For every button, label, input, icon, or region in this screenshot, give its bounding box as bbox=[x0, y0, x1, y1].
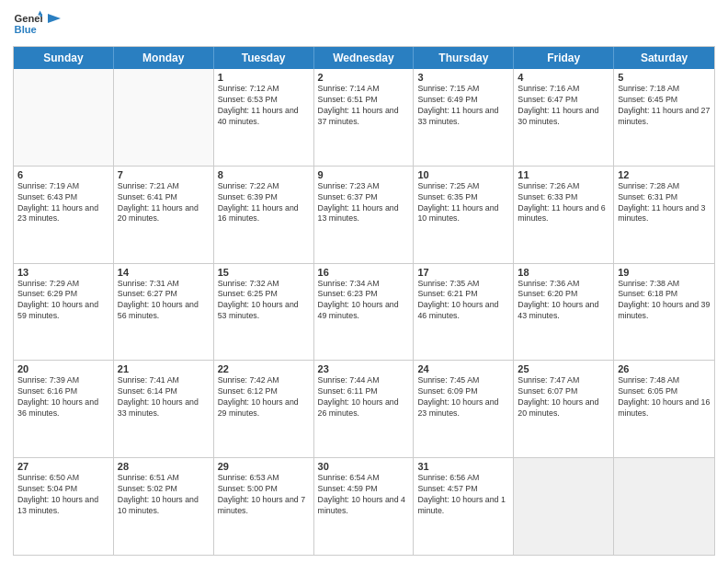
day-number: 24 bbox=[417, 363, 509, 374]
day-detail: Sunrise: 7:47 AM Sunset: 6:07 PM Dayligh… bbox=[518, 375, 609, 419]
day-detail: Sunrise: 6:51 AM Sunset: 5:02 PM Dayligh… bbox=[118, 473, 210, 517]
weekday-header-saturday: Saturday bbox=[614, 47, 714, 69]
calendar-row-1: 6Sunrise: 7:19 AM Sunset: 6:43 PM Daylig… bbox=[14, 166, 714, 263]
day-number: 26 bbox=[618, 363, 711, 374]
day-cell-25: 25Sunrise: 7:47 AM Sunset: 6:07 PM Dayli… bbox=[514, 361, 614, 457]
logo-flag-icon bbox=[46, 12, 63, 29]
day-cell-24: 24Sunrise: 7:45 AM Sunset: 6:09 PM Dayli… bbox=[414, 361, 514, 457]
day-detail: Sunrise: 7:28 AM Sunset: 6:31 PM Dayligh… bbox=[618, 181, 711, 225]
day-number: 17 bbox=[417, 267, 509, 278]
day-cell-8: 8Sunrise: 7:22 AM Sunset: 6:39 PM Daylig… bbox=[214, 167, 314, 263]
day-number: 18 bbox=[518, 267, 609, 278]
day-detail: Sunrise: 7:44 AM Sunset: 6:11 PM Dayligh… bbox=[318, 375, 410, 419]
day-detail: Sunrise: 7:18 AM Sunset: 6:45 PM Dayligh… bbox=[618, 84, 711, 128]
day-cell-6: 6Sunrise: 7:19 AM Sunset: 6:43 PM Daylig… bbox=[14, 167, 114, 263]
calendar-row-4: 27Sunrise: 6:50 AM Sunset: 5:04 PM Dayli… bbox=[14, 457, 714, 555]
logo: General Blue bbox=[13, 9, 63, 39]
day-number: 25 bbox=[518, 363, 609, 374]
day-number: 28 bbox=[118, 461, 210, 472]
day-number: 6 bbox=[17, 169, 109, 180]
day-number: 10 bbox=[417, 169, 509, 180]
day-detail: Sunrise: 7:22 AM Sunset: 6:39 PM Dayligh… bbox=[218, 181, 310, 225]
svg-text:Blue: Blue bbox=[15, 24, 37, 35]
day-cell-2: 2Sunrise: 7:14 AM Sunset: 6:51 PM Daylig… bbox=[314, 69, 415, 166]
day-cell-29: 29Sunrise: 6:53 AM Sunset: 5:00 PM Dayli… bbox=[214, 458, 314, 555]
day-detail: Sunrise: 7:39 AM Sunset: 6:16 PM Dayligh… bbox=[17, 375, 109, 419]
day-cell-30: 30Sunrise: 6:54 AM Sunset: 4:59 PM Dayli… bbox=[314, 458, 415, 555]
weekday-header-friday: Friday bbox=[514, 47, 614, 69]
empty-cell bbox=[614, 458, 714, 555]
calendar-header: SundayMondayTuesdayWednesdayThursdayFrid… bbox=[14, 47, 714, 69]
empty-cell bbox=[514, 458, 614, 555]
day-detail: Sunrise: 6:54 AM Sunset: 4:59 PM Dayligh… bbox=[318, 473, 410, 517]
day-cell-27: 27Sunrise: 6:50 AM Sunset: 5:04 PM Dayli… bbox=[14, 458, 114, 555]
day-cell-5: 5Sunrise: 7:18 AM Sunset: 6:45 PM Daylig… bbox=[614, 69, 714, 166]
weekday-header-thursday: Thursday bbox=[414, 47, 514, 69]
day-detail: Sunrise: 7:19 AM Sunset: 6:43 PM Dayligh… bbox=[17, 181, 109, 225]
day-detail: Sunrise: 7:29 AM Sunset: 6:29 PM Dayligh… bbox=[17, 279, 109, 323]
day-cell-19: 19Sunrise: 7:38 AM Sunset: 6:18 PM Dayli… bbox=[614, 264, 714, 361]
day-number: 1 bbox=[218, 72, 310, 83]
day-cell-13: 13Sunrise: 7:29 AM Sunset: 6:29 PM Dayli… bbox=[14, 264, 114, 361]
calendar: SundayMondayTuesdayWednesdayThursdayFrid… bbox=[13, 46, 715, 556]
day-detail: Sunrise: 7:36 AM Sunset: 6:20 PM Dayligh… bbox=[518, 279, 609, 323]
day-detail: Sunrise: 6:53 AM Sunset: 5:00 PM Dayligh… bbox=[218, 473, 310, 517]
day-cell-10: 10Sunrise: 7:25 AM Sunset: 6:35 PM Dayli… bbox=[414, 167, 514, 263]
day-detail: Sunrise: 7:12 AM Sunset: 6:53 PM Dayligh… bbox=[218, 84, 310, 128]
day-detail: Sunrise: 7:31 AM Sunset: 6:27 PM Dayligh… bbox=[118, 279, 210, 323]
day-cell-17: 17Sunrise: 7:35 AM Sunset: 6:21 PM Dayli… bbox=[414, 264, 514, 361]
day-number: 22 bbox=[218, 363, 310, 374]
day-number: 5 bbox=[618, 72, 711, 83]
day-cell-22: 22Sunrise: 7:42 AM Sunset: 6:12 PM Dayli… bbox=[214, 361, 314, 457]
calendar-body: 1Sunrise: 7:12 AM Sunset: 6:53 PM Daylig… bbox=[14, 69, 714, 555]
day-detail: Sunrise: 6:50 AM Sunset: 5:04 PM Dayligh… bbox=[17, 473, 109, 517]
day-number: 9 bbox=[318, 169, 410, 180]
day-cell-3: 3Sunrise: 7:15 AM Sunset: 6:49 PM Daylig… bbox=[414, 69, 514, 166]
day-number: 29 bbox=[218, 461, 310, 472]
day-detail: Sunrise: 7:48 AM Sunset: 6:05 PM Dayligh… bbox=[618, 375, 711, 419]
day-detail: Sunrise: 7:23 AM Sunset: 6:37 PM Dayligh… bbox=[318, 181, 410, 225]
day-number: 7 bbox=[118, 169, 210, 180]
day-number: 8 bbox=[218, 169, 310, 180]
day-cell-9: 9Sunrise: 7:23 AM Sunset: 6:37 PM Daylig… bbox=[314, 167, 415, 263]
day-number: 12 bbox=[618, 169, 711, 180]
day-cell-1: 1Sunrise: 7:12 AM Sunset: 6:53 PM Daylig… bbox=[214, 69, 314, 166]
day-detail: Sunrise: 7:42 AM Sunset: 6:12 PM Dayligh… bbox=[218, 375, 310, 419]
day-number: 16 bbox=[318, 267, 410, 278]
day-detail: Sunrise: 7:15 AM Sunset: 6:49 PM Dayligh… bbox=[417, 84, 509, 128]
day-detail: Sunrise: 7:14 AM Sunset: 6:51 PM Dayligh… bbox=[318, 84, 410, 128]
day-cell-20: 20Sunrise: 7:39 AM Sunset: 6:16 PM Dayli… bbox=[14, 361, 114, 457]
day-number: 2 bbox=[318, 72, 410, 83]
day-cell-12: 12Sunrise: 7:28 AM Sunset: 6:31 PM Dayli… bbox=[614, 167, 714, 263]
day-cell-11: 11Sunrise: 7:26 AM Sunset: 6:33 PM Dayli… bbox=[514, 167, 614, 263]
day-detail: Sunrise: 7:21 AM Sunset: 6:41 PM Dayligh… bbox=[118, 181, 210, 225]
day-number: 3 bbox=[417, 72, 509, 83]
empty-cell bbox=[114, 69, 214, 166]
day-cell-7: 7Sunrise: 7:21 AM Sunset: 6:41 PM Daylig… bbox=[114, 167, 214, 263]
logo-icon: General Blue bbox=[13, 9, 42, 39]
day-number: 27 bbox=[17, 461, 109, 472]
day-number: 15 bbox=[218, 267, 310, 278]
day-detail: Sunrise: 7:38 AM Sunset: 6:18 PM Dayligh… bbox=[618, 279, 711, 323]
day-cell-26: 26Sunrise: 7:48 AM Sunset: 6:05 PM Dayli… bbox=[614, 361, 714, 457]
calendar-row-2: 13Sunrise: 7:29 AM Sunset: 6:29 PM Dayli… bbox=[14, 263, 714, 361]
weekday-header-tuesday: Tuesday bbox=[214, 47, 314, 69]
weekday-header-wednesday: Wednesday bbox=[314, 47, 415, 69]
day-detail: Sunrise: 7:35 AM Sunset: 6:21 PM Dayligh… bbox=[417, 279, 509, 323]
day-detail: Sunrise: 7:32 AM Sunset: 6:25 PM Dayligh… bbox=[218, 279, 310, 323]
day-cell-28: 28Sunrise: 6:51 AM Sunset: 5:02 PM Dayli… bbox=[114, 458, 214, 555]
day-cell-14: 14Sunrise: 7:31 AM Sunset: 6:27 PM Dayli… bbox=[114, 264, 214, 361]
weekday-header-sunday: Sunday bbox=[14, 47, 114, 69]
day-detail: Sunrise: 7:25 AM Sunset: 6:35 PM Dayligh… bbox=[417, 181, 509, 225]
day-cell-31: 31Sunrise: 6:56 AM Sunset: 4:57 PM Dayli… bbox=[414, 458, 514, 555]
day-number: 23 bbox=[318, 363, 410, 374]
day-number: 13 bbox=[17, 267, 109, 278]
day-detail: Sunrise: 6:56 AM Sunset: 4:57 PM Dayligh… bbox=[417, 473, 509, 517]
day-number: 21 bbox=[118, 363, 210, 374]
day-cell-23: 23Sunrise: 7:44 AM Sunset: 6:11 PM Dayli… bbox=[314, 361, 415, 457]
day-number: 31 bbox=[417, 461, 509, 472]
day-number: 11 bbox=[518, 169, 609, 180]
page: General Blue SundayMondayTuesdayWednesda… bbox=[0, 0, 728, 563]
header: General Blue bbox=[13, 9, 715, 39]
day-detail: Sunrise: 7:45 AM Sunset: 6:09 PM Dayligh… bbox=[417, 375, 509, 419]
